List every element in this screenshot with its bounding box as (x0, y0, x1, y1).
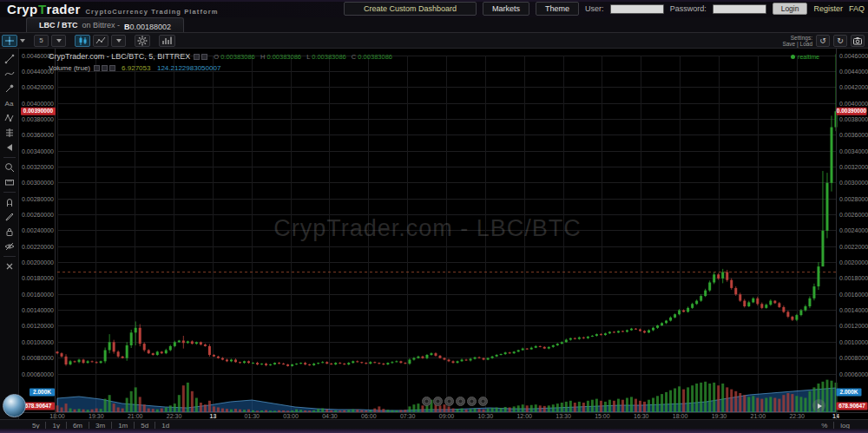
theme-button[interactable]: Theme (536, 2, 579, 16)
realtime-label: realtime (798, 54, 819, 60)
open-value: 0.00383086 (220, 53, 255, 61)
play-icon[interactable] (812, 399, 825, 412)
svg-text:0.00180000: 0.00180000 (839, 275, 868, 281)
faq-link[interactable]: FAQ (849, 4, 865, 13)
indicators-button[interactable] (159, 35, 175, 47)
user-input[interactable] (610, 4, 664, 14)
svg-text:0.00060000: 0.00060000 (22, 371, 54, 377)
logo-text-1: Cryp (7, 2, 37, 16)
dot-icon (422, 397, 431, 406)
tab-pair: LBC / BTC (39, 21, 78, 30)
candlestick-icon (77, 36, 88, 46)
zoom-tool[interactable] (2, 161, 16, 174)
password-input[interactable] (713, 4, 766, 14)
svg-text:0.00360000: 0.00360000 (839, 132, 868, 138)
svg-text:0.00180000: 0.00180000 (22, 275, 54, 281)
chevron-down-icon[interactable] (20, 39, 25, 43)
curve-tool[interactable] (2, 68, 16, 80)
login-button[interactable]: Login (773, 3, 808, 15)
svg-text:12:00: 12:00 (516, 413, 532, 419)
svg-text:2.000K: 2.000K (33, 389, 51, 395)
svg-text:0.00280000: 0.00280000 (839, 196, 868, 202)
legend-close-icon[interactable] (201, 54, 207, 60)
magnet-tool[interactable] (2, 196, 16, 208)
svg-text:01:30: 01:30 (244, 413, 260, 419)
redo-button[interactable]: ↻ (833, 35, 847, 47)
forecast-tool[interactable] (2, 127, 16, 139)
trend-line-tool[interactable] (2, 53, 16, 65)
svg-text:0.00380000: 0.00380000 (22, 116, 54, 122)
svg-text:22:30: 22:30 (789, 413, 805, 419)
drawing-tools-sidebar: Aa (0, 49, 19, 419)
svg-text:0.00160000: 0.00160000 (22, 292, 54, 298)
dot-icon (456, 397, 465, 406)
draw-mode-tool[interactable] (2, 211, 16, 223)
svg-text:19:30: 19:30 (712, 413, 727, 419)
lock-tool[interactable] (2, 226, 16, 238)
interval-value: 5 (39, 36, 43, 44)
legend-settings-icon[interactable] (194, 54, 200, 60)
svg-text:0.00420000: 0.00420000 (839, 84, 868, 90)
svg-text:0.00100000: 0.00100000 (839, 339, 868, 345)
brush-tool[interactable] (2, 82, 16, 95)
svg-text:0.00300000: 0.00300000 (839, 180, 868, 186)
volume-hide-icon[interactable] (102, 65, 108, 71)
logo-tagline: CryptoCurrency Trading Platform (86, 8, 219, 16)
svg-text:0.00360000: 0.00360000 (22, 132, 54, 138)
chart-toolbar: 5 Settings: Save | Load ↺ ↻ (0, 33, 868, 49)
svg-text:0.00280000: 0.00280000 (22, 196, 54, 202)
markets-button[interactable]: Markets (483, 2, 529, 16)
register-link[interactable]: Register (813, 4, 843, 13)
volume-settings-icon[interactable] (94, 65, 100, 71)
chat-widget-avatar[interactable] (3, 394, 26, 417)
user-label: User: (585, 4, 604, 13)
svg-text:21:00: 21:00 (751, 413, 766, 419)
svg-text:0.00120000: 0.00120000 (839, 323, 868, 329)
svg-text:0.00320000: 0.00320000 (22, 164, 54, 170)
svg-text:0.00200000: 0.00200000 (22, 259, 54, 266)
style-dropdown-button[interactable] (111, 35, 126, 47)
svg-text:22:30: 22:30 (167, 413, 182, 419)
chevron-down-icon (56, 39, 62, 43)
line-style-button[interactable] (93, 35, 108, 47)
svg-text:16:30: 16:30 (634, 413, 649, 419)
snapshot-button[interactable] (851, 35, 865, 47)
crosshair-tool-button[interactable] (2, 35, 17, 47)
remove-drawings-tool[interactable] (2, 260, 16, 272)
svg-text:0.00320000: 0.00320000 (839, 164, 868, 170)
dot-icon (433, 397, 443, 406)
measure-tool[interactable] (2, 176, 16, 188)
svg-text:0.00220000: 0.00220000 (22, 244, 54, 250)
svg-text:0.00160000: 0.00160000 (839, 292, 868, 298)
pattern-tool[interactable] (2, 112, 16, 124)
svg-text:0.00420000: 0.00420000 (22, 84, 54, 90)
settings-save-load-links[interactable]: Save | Load (782, 41, 812, 47)
svg-text:19:30: 19:30 (89, 413, 104, 419)
svg-text:0.00060000: 0.00060000 (839, 371, 868, 377)
camera-icon (852, 36, 863, 46)
back-arrow-tool[interactable] (2, 141, 16, 154)
create-dashboard-button[interactable]: Create Custom Dashboard (344, 2, 477, 16)
tab-lbc-btc[interactable]: LBC / BTC on Bittrex - B0.00188002 (26, 17, 184, 32)
svg-text:0.00220000: 0.00220000 (839, 244, 868, 250)
cryptrader-logo[interactable]: CrypTrader CryptoCurrency Trading Platfo… (7, 2, 218, 16)
interval-button[interactable]: 5 (34, 35, 49, 47)
interval-dropdown-button[interactable] (51, 35, 66, 47)
volume-close-icon[interactable] (109, 65, 115, 71)
undo-button[interactable]: ↺ (816, 35, 830, 47)
svg-text:0.00140000: 0.00140000 (839, 307, 868, 313)
svg-text:13: 13 (210, 413, 217, 419)
dot-icon (478, 397, 488, 406)
svg-text:0.00120000: 0.00120000 (22, 323, 54, 329)
text-tool-label: Aa (5, 100, 14, 108)
svg-text:04:30: 04:30 (322, 413, 338, 419)
svg-text:0.00240000: 0.00240000 (839, 227, 868, 233)
text-tool[interactable]: Aa (2, 97, 16, 109)
candlestick-style-button[interactable] (75, 35, 90, 47)
hide-drawings-tool[interactable] (2, 240, 16, 253)
chart-settings-button[interactable] (135, 35, 150, 47)
tab-exchange: on Bittrex - (82, 21, 121, 30)
settings-label: Settings: (782, 35, 812, 41)
low-label: L (306, 53, 310, 61)
svg-text:0.00080000: 0.00080000 (839, 355, 868, 361)
